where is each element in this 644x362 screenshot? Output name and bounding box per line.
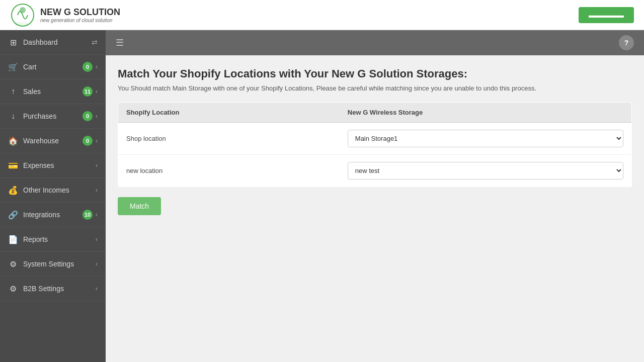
topbar: ☰ ? xyxy=(106,30,644,55)
sidebar-item-expenses[interactable]: 💳 Expenses ‹ xyxy=(0,153,106,178)
sidebar-label-reports: Reports xyxy=(23,235,48,243)
expenses-icon: 💳 xyxy=(8,160,18,170)
sidebar-label-cart: Cart xyxy=(23,63,36,71)
storage-cell: Main Storage1new test xyxy=(340,155,632,187)
header-action-button[interactable]: ▬▬▬▬▬ xyxy=(579,7,634,23)
col-storage: New G Wireless Storage xyxy=(340,103,632,123)
swap-icon[interactable]: ⇄ xyxy=(92,38,98,46)
cart-arrow: ‹ xyxy=(96,63,98,70)
sidebar-label-sales: Sales xyxy=(23,87,41,96)
match-button[interactable]: Match xyxy=(118,197,161,215)
sales-arrow: ‹ xyxy=(96,88,98,95)
storage-select-1[interactable]: Main Storage1new test xyxy=(348,162,623,179)
reports-icon: 📄 xyxy=(8,234,18,244)
svg-text:◌◌◌◌: ◌◌◌◌ xyxy=(15,22,27,25)
reports-arrow: ‹ xyxy=(96,236,98,243)
table-row: new locationMain Storage1new test xyxy=(118,155,632,187)
sidebar-label-dashboard: Dashboard xyxy=(23,38,58,46)
purchases-icon: ↓ xyxy=(8,111,18,121)
cart-icon: 🛒 xyxy=(8,62,18,72)
sidebar-item-sales[interactable]: ↑ Sales 11 ‹ xyxy=(0,79,106,104)
header-right: ▬▬▬▬▬ xyxy=(579,7,634,23)
sidebar-item-reports[interactable]: 📄 Reports ‹ xyxy=(0,227,106,252)
cart-badge: 0 xyxy=(83,62,93,72)
logo-subtitle: new generation of cloud solution xyxy=(40,18,120,23)
shopify-location-cell: Shop location xyxy=(118,123,340,155)
logo: ◌◌◌◌ NEW G SOLUTION new generation of cl… xyxy=(10,3,120,28)
warehouse-badge: 0 xyxy=(83,136,93,146)
sidebar-label-system-settings: System Settings xyxy=(23,260,74,268)
sidebar-item-integrations[interactable]: 🔗 Integrations 10 ‹ xyxy=(0,203,106,227)
integrations-icon: 🔗 xyxy=(8,210,18,220)
logo-text: NEW G SOLUTION new generation of cloud s… xyxy=(40,7,120,23)
match-table: Shopify Location New G Wireless Storage … xyxy=(118,102,632,187)
system-settings-icon: ⚙ xyxy=(8,259,18,269)
warehouse-arrow: ‹ xyxy=(96,137,98,144)
col-shopify-location: Shopify Location xyxy=(118,103,340,123)
expenses-arrow: ‹ xyxy=(96,162,98,169)
content-area: Match Your Shopify Locations with Your N… xyxy=(106,55,644,362)
storage-cell: Main Storage1new test xyxy=(340,123,632,155)
sidebar-label-other-incomes: Other Incomes xyxy=(23,186,69,194)
topbar-left: ☰ xyxy=(116,37,124,48)
integrations-arrow: ‹ xyxy=(96,211,98,218)
sidebar-label-integrations: Integrations xyxy=(23,211,60,219)
sales-icon: ↑ xyxy=(8,86,18,97)
purchases-arrow: ‹ xyxy=(96,113,98,120)
topbar-right: ? xyxy=(619,35,634,50)
purchases-badge: 0 xyxy=(83,111,93,121)
sidebar: ⊞ Dashboard ⇄ 🛒 Cart 0 ‹ ↑ Sales 11 ‹ xyxy=(0,30,106,362)
sidebar-item-other-incomes[interactable]: 💰 Other Incomes ‹ xyxy=(0,178,106,203)
logo-title: NEW G SOLUTION xyxy=(40,7,120,18)
sidebar-item-dashboard[interactable]: ⊞ Dashboard ⇄ xyxy=(0,30,106,55)
sidebar-item-cart[interactable]: 🛒 Cart 0 ‹ xyxy=(0,55,106,79)
warehouse-icon: 🏠 xyxy=(8,136,18,146)
sidebar-item-system-settings[interactable]: ⚙ System Settings ‹ xyxy=(0,252,106,277)
sidebar-label-purchases: Purchases xyxy=(23,112,56,120)
shopify-location-cell: new location xyxy=(118,155,340,187)
page-title: Match Your Shopify Locations with Your N… xyxy=(118,67,632,80)
main-content: ☰ ? Match Your Shopify Locations with Yo… xyxy=(106,30,644,362)
other-incomes-icon: 💰 xyxy=(8,185,18,195)
other-incomes-arrow: ‹ xyxy=(96,187,98,194)
sidebar-item-warehouse[interactable]: 🏠 Warehouse 0 ‹ xyxy=(0,129,106,153)
sidebar-label-expenses: Expenses xyxy=(23,161,54,169)
sidebar-label-b2b-settings: B2B Settings xyxy=(23,285,64,293)
integrations-badge: 10 xyxy=(83,210,93,220)
sidebar-item-purchases[interactable]: ↓ Purchases 0 ‹ xyxy=(0,104,106,129)
system-settings-arrow: ‹ xyxy=(96,260,98,267)
b2b-settings-arrow: ‹ xyxy=(96,285,98,292)
dashboard-icon: ⊞ xyxy=(8,37,18,47)
sidebar-label-warehouse: Warehouse xyxy=(23,137,59,145)
sales-badge: 11 xyxy=(83,86,93,97)
b2b-settings-icon: ⚙ xyxy=(8,284,18,294)
header: ◌◌◌◌ NEW G SOLUTION new generation of cl… xyxy=(0,0,644,30)
svg-point-1 xyxy=(20,7,26,13)
table-row: Shop locationMain Storage1new test xyxy=(118,123,632,155)
storage-select-0[interactable]: Main Storage1new test xyxy=(348,130,623,147)
logo-icon: ◌◌◌◌ xyxy=(10,3,35,28)
help-button[interactable]: ? xyxy=(619,35,634,50)
menu-icon[interactable]: ☰ xyxy=(116,37,124,48)
sidebar-item-b2b-settings[interactable]: ⚙ B2B Settings ‹ xyxy=(0,277,106,301)
page-subtitle: You Should match Main Storage with one o… xyxy=(118,84,632,92)
body-layout: ⊞ Dashboard ⇄ 🛒 Cart 0 ‹ ↑ Sales 11 ‹ xyxy=(0,30,644,362)
